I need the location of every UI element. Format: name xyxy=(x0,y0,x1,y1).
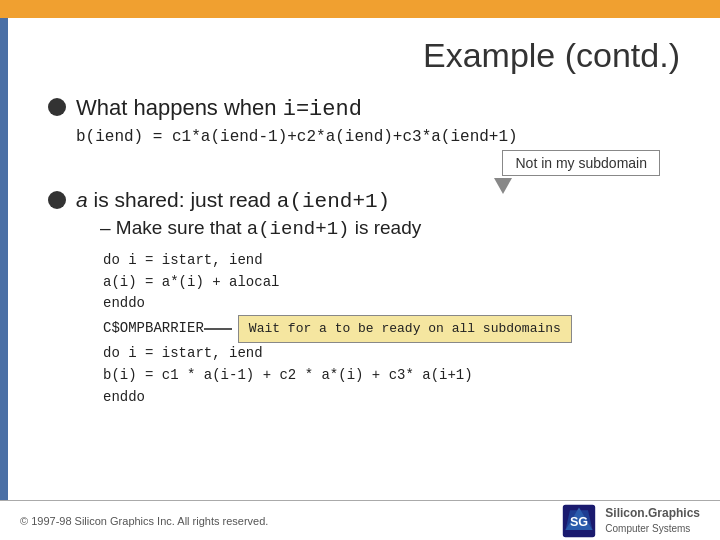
logo-area: SG Silicon.Graphics Computer Systems xyxy=(561,503,700,539)
logo-line2: Computer Systems xyxy=(605,522,700,535)
bullet2 xyxy=(48,191,66,209)
svg-text:SG: SG xyxy=(570,515,588,529)
not-in-subdomain-text: Not in my subdomain xyxy=(515,155,647,171)
footer: © 1997-98 Silicon Graphics Inc. All righ… xyxy=(0,500,720,540)
section2-text: a is shared: just read a(iend+1) xyxy=(76,188,390,213)
dash-text: Make sure that xyxy=(116,217,247,238)
top-bar xyxy=(0,0,720,18)
section2-a: a xyxy=(76,188,88,211)
barrier-row: C$OMP BARRIER Wait for a to be ready on … xyxy=(103,315,690,343)
not-in-subdomain-box: Not in my subdomain xyxy=(502,150,660,176)
dash-code: a(iend+1) xyxy=(247,218,350,240)
section1-text: What happens when i=iend xyxy=(76,95,362,122)
subdomain-arrow xyxy=(494,178,512,194)
slide-content: What happens when i=iend b(iend) = c1*a(… xyxy=(38,95,690,408)
wait-box: Wait for a to be ready on all subdomains xyxy=(238,315,572,343)
section2-text-b: is shared: just read xyxy=(88,188,277,211)
dash-item: – Make sure that a(iend+1) is ready xyxy=(100,217,690,240)
code-line3: enddo xyxy=(103,293,690,315)
section1-item: What happens when i=iend xyxy=(48,95,690,122)
section2-code: a(iend+1) xyxy=(277,190,390,213)
code-line7: enddo xyxy=(103,387,690,409)
not-in-subdomain-area: Not in my subdomain xyxy=(48,150,660,176)
code-line2: a(i) = a*(i) + alocal xyxy=(103,272,690,294)
section2-item: a is shared: just read a(iend+1) xyxy=(48,188,690,213)
code-line1: do i = istart, iend xyxy=(103,250,690,272)
code-line5: do i = istart, iend xyxy=(103,343,690,365)
logo-line1: Silicon.Graphics xyxy=(605,506,700,522)
wait-arrow xyxy=(204,328,232,330)
logo-text: Silicon.Graphics Computer Systems xyxy=(605,506,700,535)
bullet1 xyxy=(48,98,66,116)
barrier-code: BARRIER xyxy=(145,318,204,340)
barrier-prefix: C$OMP xyxy=(103,318,145,340)
footer-copyright: © 1997-98 Silicon Graphics Inc. All righ… xyxy=(20,515,268,527)
section1-label: What happens when i=iend xyxy=(76,95,362,120)
left-bar xyxy=(0,18,8,500)
code-section: do i = istart, iend a(i) = a*(i) + aloca… xyxy=(103,250,690,408)
slide-title: Example (contd.) xyxy=(38,36,680,75)
code-line6: b(i) = c1 * a(i-1) + c2 * a*(i) + c3* a(… xyxy=(103,365,690,387)
slide-container: Example (contd.) What happens when i=ien… xyxy=(8,18,720,500)
section1-code: i=iend xyxy=(283,97,362,122)
section1-text-main: What happens when xyxy=(76,95,283,120)
dash-text2: is ready xyxy=(355,217,422,238)
dash-symbol: – xyxy=(100,217,111,238)
code1-block: b(iend) = c1*a(iend-1)+c2*a(iend)+c3*a(i… xyxy=(76,128,690,146)
silicon-graphics-logo: SG xyxy=(561,503,597,539)
